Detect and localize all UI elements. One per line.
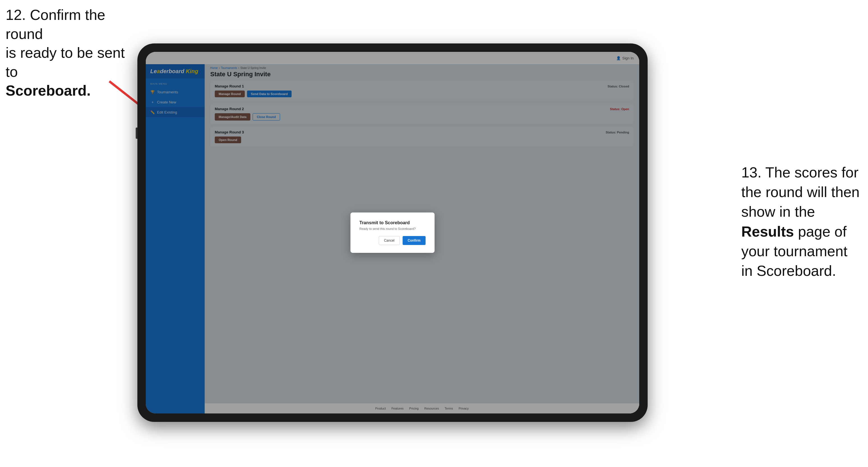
annotation-right-line6: in Scoreboard. xyxy=(741,263,836,279)
modal-title: Transmit to Scoreboard xyxy=(360,220,426,225)
annotation-right-rest: page of xyxy=(794,223,847,240)
modal-confirm-button[interactable]: Confirm xyxy=(403,236,426,245)
annotation-right-line1: 13. The scores for xyxy=(741,164,859,181)
modal-subtitle: Ready to send this round to Scoreboard? xyxy=(360,227,426,230)
annotation-right-line3: show in the xyxy=(741,204,815,220)
main-layout: Leaderboard King MAIN MENU 🏆 Tournaments… xyxy=(146,64,639,413)
annotation-right: 13. The scores for the round will then s… xyxy=(741,163,860,281)
modal-overlay: Transmit to Scoreboard Ready to send thi… xyxy=(205,64,639,413)
annotation-top-left: 12. Confirm the round is ready to be sen… xyxy=(6,6,129,100)
transmit-modal: Transmit to Scoreboard Ready to send thi… xyxy=(350,213,435,253)
annotation-line1: 12. Confirm the round xyxy=(6,7,105,42)
tablet-side-button xyxy=(136,128,137,139)
annotation-right-line2: the round will then xyxy=(741,184,860,200)
annotation-right-bold: Results xyxy=(741,223,794,240)
annotation-right-line5: your tournament xyxy=(741,243,847,259)
tablet: 👤 Sign In Leaderboard King MAIN MENU 🏆 T… xyxy=(137,43,648,422)
annotation-line2: is ready to be sent to xyxy=(6,44,125,80)
content-area: Home › Tournaments › State U Spring Invi… xyxy=(205,64,639,413)
modal-actions: Cancel Confirm xyxy=(360,236,426,245)
modal-cancel-button[interactable]: Cancel xyxy=(379,236,400,245)
tablet-screen: 👤 Sign In Leaderboard King MAIN MENU 🏆 T… xyxy=(146,52,639,413)
annotation-line3: Scoreboard. xyxy=(6,83,91,99)
